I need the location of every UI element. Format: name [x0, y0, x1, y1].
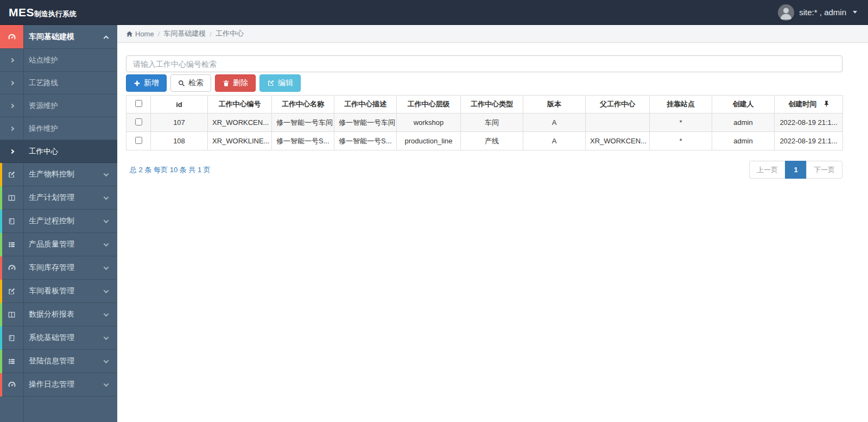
chevron-right-icon — [0, 95, 23, 117]
sidebar-item-material-control[interactable]: 生产物料控制 — [0, 163, 117, 186]
sidebar-item-label: 操作日志管理 — [29, 380, 104, 389]
breadcrumb-home[interactable]: Home — [126, 30, 154, 38]
edit-icon — [8, 287, 16, 295]
sidebar-subitem-label: 操作维护 — [29, 124, 117, 134]
sidebar-subitem-label: 工艺路线 — [29, 78, 117, 88]
trash-icon — [223, 80, 230, 87]
cell-type: 产线 — [461, 132, 523, 150]
chevron-down-icon — [104, 173, 108, 177]
app-logo-subtitle: 制造执行系统 — [34, 9, 77, 19]
cell-type: 车间 — [461, 114, 523, 132]
edit-icon — [8, 171, 16, 179]
chevron-down-icon — [104, 313, 108, 317]
cell-name: 修一智能一号车间 — [272, 114, 334, 132]
chevron-right-icon — [0, 117, 23, 140]
col-header-code: 工作中心编号 — [208, 96, 272, 114]
sidebar-item-label: 生产物料控制 — [29, 169, 104, 179]
col-header-name: 工作中心名称 — [272, 96, 334, 114]
edit-icon — [267, 79, 275, 87]
cell-description: 修一智能一号S... — [334, 132, 397, 150]
sidebar-item-login-info-management[interactable]: 登陆信息管理 — [0, 350, 117, 373]
select-all-checkbox[interactable] — [135, 100, 142, 107]
cell-site: * — [650, 132, 712, 150]
sidebar-item-label: 车间基础建模 — [29, 32, 104, 42]
search-button[interactable]: 检索 — [170, 74, 211, 92]
chevron-down-icon — [104, 360, 108, 363]
chevron-down-icon — [104, 383, 108, 387]
sidebar-item-analytics-reports[interactable]: 数据分析报表 — [0, 303, 117, 326]
cell-site: * — [650, 114, 712, 132]
sidebar-item-workshop-modeling[interactable]: 车间基础建模 — [0, 25, 117, 49]
sidebar-subitem-label: 站点维护 — [29, 55, 117, 65]
main-content: Home / 车间基础建模 / 工作中心 新增 检索 — [117, 25, 868, 422]
cell-level: production_line — [397, 132, 461, 150]
cell-code: XR_WORKCEN... — [208, 114, 272, 132]
chevron-up-icon — [104, 35, 108, 39]
avatar — [778, 4, 794, 21]
edit-button[interactable]: 编辑 — [259, 74, 301, 92]
book-icon — [8, 334, 16, 342]
sidebar-subitem-work-center[interactable]: 工作中心 — [0, 140, 117, 163]
sidebar-item-inventory-management[interactable]: 车间库存管理 — [0, 256, 117, 280]
sidebar-subitem-label: 资源维护 — [29, 101, 117, 111]
breadcrumb-separator: / — [210, 30, 212, 38]
col-header-type: 工作中心类型 — [461, 96, 523, 114]
sidebar-item-label: 生产计划管理 — [29, 193, 104, 203]
prev-page-button[interactable]: 上一页 — [749, 161, 785, 179]
chevron-down-icon — [104, 336, 108, 340]
chevron-down-icon — [104, 196, 108, 200]
chevron-right-icon — [0, 140, 23, 162]
breadcrumb: Home / 车间基础建模 / 工作中心 — [117, 25, 868, 43]
col-header-created-time: 创建时间 — [775, 96, 843, 114]
sidebar-subitem-site-maintenance[interactable]: 站点维护 — [0, 49, 117, 72]
app-logo: MES制造执行系统 — [9, 6, 77, 19]
add-button[interactable]: 新增 — [126, 74, 167, 92]
page-1-button[interactable]: 1 — [785, 161, 807, 179]
sidebar-subitem-operation-maintenance[interactable]: 操作维护 — [0, 117, 117, 140]
sidebar-subitem-process-route[interactable]: 工艺路线 — [0, 72, 117, 95]
col-header-site: 挂靠站点 — [650, 96, 712, 114]
table-footer: 总 2 条 每页 10 条 共 1 页 上一页 1 下一页 — [126, 161, 842, 179]
chevron-right-icon — [0, 49, 23, 71]
sidebar-subitem-resource-maintenance[interactable]: 资源维护 — [0, 95, 117, 117]
breadcrumb-separator: / — [158, 30, 160, 38]
home-icon — [126, 30, 133, 37]
sidebar: 车间基础建模 站点维护 工艺路线 资源维护 操作维护 工作中心 生产物料控制 — [0, 25, 117, 422]
sidebar-item-process-control[interactable]: 生产过程控制 — [0, 210, 117, 233]
col-header-creator: 创建人 — [712, 96, 775, 114]
select-all-cell — [126, 96, 151, 114]
breadcrumb-workshop-modeling[interactable]: 车间基础建模 — [163, 29, 206, 39]
chevron-down-icon — [104, 219, 108, 223]
columns-icon — [8, 311, 16, 319]
cell-id: 107 — [151, 114, 208, 132]
person-icon — [778, 4, 794, 21]
plus-icon — [134, 80, 141, 87]
caret-down-icon — [853, 11, 857, 14]
toolbar: 新增 检索 删除 编辑 — [126, 74, 842, 92]
col-header-level: 工作中心层级 — [397, 96, 461, 114]
sidebar-item-quality-management[interactable]: 产品质量管理 — [0, 233, 117, 256]
user-menu[interactable]: site:* , admin — [778, 4, 857, 21]
top-bar: MES制造执行系统 site:* , admin — [0, 0, 868, 25]
sidebar-item-kanban-management[interactable]: 车间看板管理 — [0, 280, 117, 303]
tachometer-icon — [8, 263, 16, 272]
sidebar-item-operation-log-management[interactable]: 操作日志管理 — [0, 373, 117, 396]
page-content: 新增 检索 删除 编辑 — [117, 43, 868, 179]
sidebar-item-system-management[interactable]: 系统基础管理 — [0, 326, 117, 350]
app-logo-bold: MES — [9, 6, 34, 19]
search-input[interactable] — [126, 55, 842, 72]
row-checkbox[interactable] — [135, 118, 142, 125]
next-page-button[interactable]: 下一页 — [806, 161, 842, 179]
sidebar-item-label: 车间看板管理 — [29, 286, 104, 296]
delete-button[interactable]: 删除 — [215, 74, 256, 92]
sidebar-item-plan-management[interactable]: 生产计划管理 — [0, 186, 117, 210]
table-row: 107 XR_WORKCEN... 修一智能一号车间 修一智能一号车间 work… — [126, 114, 843, 132]
cell-level: workshop — [397, 114, 461, 132]
list-icon — [8, 357, 16, 366]
cell-created-time: 2022-08-19 21:1... — [775, 114, 843, 132]
row-checkbox[interactable] — [135, 137, 142, 144]
cell-created-time: 2022-08-19 21:1... — [775, 132, 843, 150]
chevron-right-icon — [0, 72, 23, 94]
pin-icon[interactable] — [824, 100, 829, 109]
pagination-summary: 总 2 条 每页 10 条 共 1 页 — [126, 165, 211, 175]
